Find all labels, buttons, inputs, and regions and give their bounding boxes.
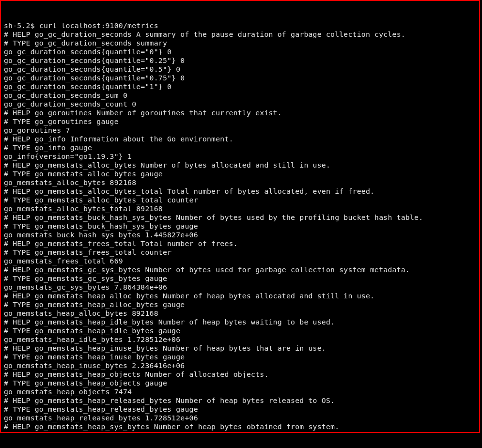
- output-line: go_info{version="go1.19.3"} 1: [4, 152, 477, 161]
- output-line: # TYPE go_memstats_alloc_bytes_total cou…: [4, 196, 477, 204]
- output-line: # TYPE go_memstats_heap_released_bytes g…: [4, 405, 477, 414]
- terminal-output[interactable]: sh-5.2$ curl localhost:9100/metrics# HEL…: [1, 1, 479, 448]
- output-line: go_memstats_heap_idle_bytes 1.728512e+06: [4, 335, 477, 344]
- output-line: go_gc_duration_seconds_count 0: [4, 100, 477, 108]
- output-line: # HELP go_memstats_frees_total Total num…: [4, 239, 477, 248]
- output-line: go_gc_duration_seconds_sum 0: [4, 91, 477, 100]
- output-line: # HELP go_info Information about the Go …: [4, 135, 477, 143]
- output-line: # HELP go_memstats_alloc_bytes_total Tot…: [4, 187, 477, 196]
- output-line: go_goroutines 7: [4, 126, 477, 135]
- output-line: go_memstats_heap_alloc_bytes 892168: [4, 309, 477, 318]
- output-line: go_gc_duration_seconds{quantile="0.25"} …: [4, 56, 477, 65]
- output-line: # HELP go_goroutines Number of goroutine…: [4, 108, 477, 117]
- output-line: go_memstats_alloc_bytes_total 892168: [4, 204, 477, 213]
- output-line: # TYPE go_memstats_alloc_bytes gauge: [4, 170, 477, 178]
- shell-command: curl localhost:9100/metrics: [39, 21, 158, 30]
- output-line: # TYPE go_memstats_gc_sys_bytes gauge: [4, 274, 477, 283]
- output-line: # HELP go_memstats_heap_sys_bytes Number…: [4, 422, 477, 431]
- output-line: # TYPE go_memstats_heap_idle_bytes gauge: [4, 326, 477, 335]
- output-line: go_gc_duration_seconds{quantile="1"} 0: [4, 82, 477, 91]
- output-line: go_memstats_heap_inuse_bytes 2.236416e+0…: [4, 361, 477, 370]
- command-output: # HELP go_gc_duration_seconds A summary …: [4, 30, 477, 431]
- output-line: # HELP go_memstats_heap_idle_bytes Numbe…: [4, 318, 477, 326]
- shell-prompt-line: sh-5.2$ curl localhost:9100/metrics: [4, 21, 477, 30]
- output-line: # TYPE go_memstats_buck_hash_sys_bytes g…: [4, 222, 477, 231]
- output-line: # TYPE go_goroutines gauge: [4, 117, 477, 126]
- output-line: # TYPE go_memstats_frees_total counter: [4, 248, 477, 257]
- output-line: # HELP go_memstats_heap_alloc_bytes Numb…: [4, 292, 477, 300]
- shell-prompt: sh-5.2$: [4, 21, 39, 30]
- output-line: go_memstats_alloc_bytes 892168: [4, 178, 477, 187]
- output-line: # HELP go_memstats_gc_sys_bytes Number o…: [4, 265, 477, 274]
- output-line: # TYPE go_info gauge: [4, 143, 477, 152]
- output-line: # TYPE go_gc_duration_seconds summary: [4, 39, 477, 47]
- output-line: go_memstats_heap_objects 7474: [4, 387, 477, 396]
- output-line: go_memstats_gc_sys_bytes 7.864384e+06: [4, 283, 477, 292]
- output-line: # TYPE go_memstats_heap_objects gauge: [4, 379, 477, 387]
- output-line: # HELP go_gc_duration_seconds A summary …: [4, 30, 477, 39]
- output-line: # HELP go_memstats_buck_hash_sys_bytes N…: [4, 213, 477, 222]
- output-line: # TYPE go_memstats_heap_inuse_bytes gaug…: [4, 353, 477, 361]
- output-line: go_memstats_frees_total 669: [4, 257, 477, 265]
- output-line: # HELP go_memstats_heap_released_bytes N…: [4, 396, 477, 405]
- output-line: # HELP go_memstats_alloc_bytes Number of…: [4, 161, 477, 170]
- output-line: go_gc_duration_seconds{quantile="0.75"} …: [4, 74, 477, 82]
- output-line: # HELP go_memstats_heap_inuse_bytes Numb…: [4, 344, 477, 353]
- output-line: go_gc_duration_seconds{quantile="0"} 0: [4, 47, 477, 56]
- terminal-frame: sh-5.2$ curl localhost:9100/metrics# HEL…: [0, 0, 480, 433]
- output-line: go_memstats_buck_hash_sys_bytes 1.445827…: [4, 231, 477, 239]
- output-line: go_memstats_heap_released_bytes 1.728512…: [4, 414, 477, 422]
- output-line: # TYPE go_memstats_heap_alloc_bytes gaug…: [4, 300, 477, 309]
- output-line: # HELP go_memstats_heap_objects Number o…: [4, 370, 477, 379]
- output-line: go_gc_duration_seconds{quantile="0.5"} 0: [4, 65, 477, 74]
